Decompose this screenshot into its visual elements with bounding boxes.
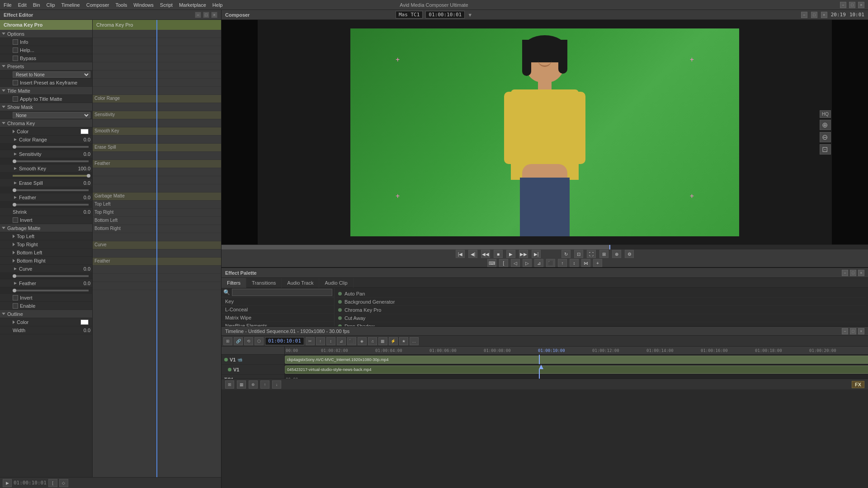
outline-section-header[interactable]: Outline <box>0 310 92 318</box>
play-btn[interactable]: ▶ <box>506 250 515 258</box>
v1-top-clip[interactable]: ckp4agstxSony AVC-MVC_Internet.1920x1080… <box>285 356 868 364</box>
effect-bg-gen[interactable]: Background Generator <box>336 298 866 306</box>
tl-btn-snap[interactable]: ⊞ <box>223 337 232 345</box>
effect-drop-shadow[interactable]: Drop Shadow <box>336 322 866 326</box>
play-loop-btn[interactable]: ↻ <box>561 250 571 258</box>
dual-view-btn[interactable]: ⊞ <box>599 250 609 258</box>
color-swatch[interactable] <box>80 129 89 134</box>
insert-preset-checkbox[interactable] <box>13 80 18 85</box>
menu-help[interactable]: Help <box>212 2 223 8</box>
menu-timeline[interactable]: Timeline <box>61 2 80 8</box>
erase-spill-slider[interactable] <box>13 189 89 191</box>
tl-btn-add-edit[interactable]: ⬡ <box>255 337 264 345</box>
title-matte-expand-icon[interactable] <box>2 89 5 92</box>
ee-keyframe-btn[interactable]: ◇ <box>59 479 68 487</box>
tl-btn-video-quality[interactable]: ▦ <box>378 337 387 345</box>
add-edit-btn[interactable]: + <box>593 259 602 267</box>
tl-btn-marks[interactable]: ◈ <box>358 337 367 345</box>
bottom-left-expand[interactable] <box>13 251 15 254</box>
palette-maximize[interactable]: □ <box>850 270 856 276</box>
stop-btn[interactable]: ■ <box>494 250 503 258</box>
tl-btn-lift[interactable]: ↑ <box>316 337 325 345</box>
menu-marketplace[interactable]: Marketplace <box>179 2 206 8</box>
bottom-right-expand[interactable] <box>13 259 15 263</box>
options-section-header[interactable]: Options <box>0 30 92 38</box>
settings-btn[interactable]: ⚙ <box>625 250 634 258</box>
show-mask-section-header[interactable]: Show Mask <box>0 103 92 111</box>
palette-close[interactable]: × <box>858 270 864 276</box>
minimize-button[interactable]: − <box>840 2 846 8</box>
curve-enable-checkbox[interactable] <box>13 303 18 309</box>
tl-btn-extract[interactable]: ↕ <box>326 337 335 345</box>
overwrite-btn[interactable]: ⬛ <box>546 259 555 267</box>
step-back-btn[interactable]: ◀| <box>468 250 477 258</box>
category-newblue-elements[interactable]: NewBlue Elements <box>222 322 334 326</box>
zoom-out-button[interactable]: ⊖ <box>820 132 831 142</box>
ffwd-btn[interactable]: ▶▶ <box>519 250 528 258</box>
smooth-key-expand[interactable]: ▶ <box>13 166 18 171</box>
garbage-matte-section-header[interactable]: Garbage Matte <box>0 224 92 232</box>
presets-dropdown[interactable]: Reset to None <box>13 71 90 78</box>
curve-expand[interactable]: ▶ <box>13 266 18 272</box>
presets-expand-icon[interactable] <box>2 65 5 67</box>
tab-filters[interactable]: Filters <box>222 278 246 288</box>
mark-out-btn[interactable]: [ <box>499 259 508 267</box>
category-key[interactable]: Key <box>222 297 334 305</box>
lift-btn[interactable]: ↑ <box>558 259 567 267</box>
fx-tool-2[interactable]: ▦ <box>237 380 246 389</box>
erase-spill-expand[interactable]: ▶ <box>13 180 18 186</box>
mark-in-btn[interactable]: ⌨ <box>487 259 496 267</box>
title-matte-section-header[interactable]: Title Matte <box>0 87 92 95</box>
category-matrix-wipe[interactable]: Matrix Wipe <box>222 314 334 322</box>
timeline-maximize[interactable]: □ <box>850 328 856 334</box>
chroma-key-expand-icon[interactable] <box>2 122 5 124</box>
top-right-expand[interactable] <box>13 243 15 246</box>
zoom-btn[interactable]: ⊕ <box>612 250 621 258</box>
maximize-button[interactable]: □ <box>849 2 855 8</box>
bypass-checkbox[interactable] <box>13 56 18 61</box>
sensitivity-expand[interactable]: ▶ <box>13 151 18 157</box>
next-edit-btn[interactable]: ▷ <box>523 259 532 267</box>
ee-mark-btn[interactable]: [ <box>48 479 57 487</box>
menu-windows[interactable]: Windows <box>133 2 154 8</box>
composer-close[interactable]: × <box>821 12 827 18</box>
fullscreen-btn[interactable]: ⛶ <box>587 250 596 258</box>
options-expand-icon[interactable] <box>2 33 5 35</box>
sensitivity-slider[interactable] <box>13 160 89 162</box>
tl-btn-more[interactable]: … <box>410 337 419 345</box>
zoom-in-button[interactable]: ⊕ <box>820 120 831 130</box>
top-left-expand[interactable] <box>13 235 15 238</box>
tl-btn-splice[interactable]: ⊿ <box>337 337 346 345</box>
close-button[interactable]: × <box>858 2 864 8</box>
panel-maximize[interactable]: □ <box>203 12 209 18</box>
tl-btn-render[interactable]: ⚡ <box>389 337 398 345</box>
invert-checkbox[interactable] <box>13 217 18 223</box>
show-mask-expand-icon[interactable] <box>2 106 5 108</box>
menu-clip[interactable]: Clip <box>47 2 55 8</box>
menu-tools[interactable]: Tools <box>115 2 127 8</box>
tab-audio-clip[interactable]: Audio Clip <box>319 278 353 288</box>
tl-btn-effects[interactable]: ★ <box>399 337 408 345</box>
rewind-btn[interactable]: ◀◀ <box>481 250 490 258</box>
chroma-key-section-header[interactable]: Chroma Key <box>0 119 92 127</box>
composer-minimize[interactable]: − <box>801 12 807 18</box>
go-to-start-btn[interactable]: |◀ <box>456 250 465 258</box>
category-l-conceal[interactable]: L-Conceal <box>222 305 334 314</box>
show-mask-dropdown[interactable]: None <box>13 112 90 118</box>
timeline-close[interactable]: × <box>858 328 864 334</box>
help-checkbox[interactable] <box>13 47 18 53</box>
tl-btn-overwrite[interactable]: ⬛ <box>347 337 356 345</box>
color-expand-icon[interactable] <box>13 130 15 133</box>
prev-edit-btn[interactable]: ◁ <box>511 259 520 267</box>
menu-edit[interactable]: Edit <box>18 2 27 8</box>
info-checkbox[interactable] <box>13 39 18 45</box>
fx-tool-1[interactable]: ⊞ <box>225 380 234 389</box>
effect-cut-away[interactable]: Cut Away <box>336 314 866 322</box>
curve-feather-slider[interactable] <box>13 290 89 291</box>
fx-tool-3[interactable]: ⊕ <box>249 380 258 389</box>
timeline-minimize[interactable]: − <box>842 328 848 334</box>
composer-maximize[interactable]: □ <box>811 12 817 18</box>
fx-tool-4[interactable]: ↑ <box>260 380 269 389</box>
extract-btn[interactable]: ↕ <box>570 259 579 267</box>
outline-color-expand[interactable] <box>13 320 15 324</box>
